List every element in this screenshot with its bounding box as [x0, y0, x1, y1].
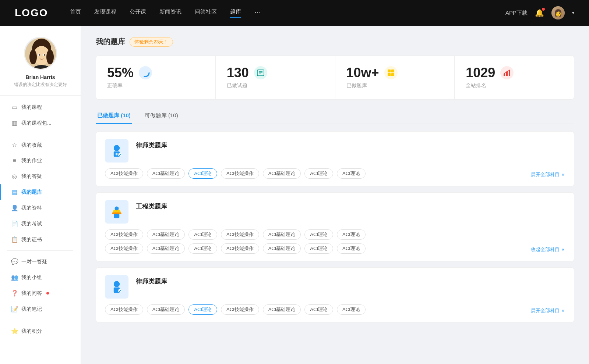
tag-1-9[interactable]: ACI理论	[188, 243, 217, 254]
nav-logo: LOGO	[15, 7, 48, 19]
nav-link-qa[interactable]: 问答社区	[195, 8, 217, 18]
tag-2-3[interactable]: ACI技能操作	[221, 304, 259, 315]
tag-1-5[interactable]: ACI理论	[304, 229, 333, 240]
stat-rank: 1029 全站排名	[455, 56, 574, 99]
sidebar-item-questions[interactable]: ◎ 我的答疑	[0, 168, 81, 184]
notes-icon: 📝	[11, 306, 18, 313]
tag-1-12[interactable]: ACI理论	[304, 243, 333, 254]
tab-available[interactable]: 可做题库 (10)	[143, 108, 180, 124]
tab-done[interactable]: 已做题库 (10)	[96, 108, 132, 124]
sidebar-item-notes[interactable]: 📝 我的笔记	[0, 301, 81, 317]
qbank-icon: ▤	[11, 189, 18, 196]
coursepack-icon: ▦	[11, 119, 18, 126]
sidebar-item-profile[interactable]: 👤 我的资料	[0, 200, 81, 216]
sidebar-item-1on1[interactable]: 💬 一对一答疑	[0, 254, 81, 270]
nav-link-qbank[interactable]: 题库	[230, 8, 241, 18]
sidebar-divider-1	[7, 134, 73, 134]
cert-icon: 📋	[11, 236, 18, 243]
tag-0-6[interactable]: ACI理论	[337, 168, 366, 179]
sidebar: Brian Harris 错误的决定比没有决定要好 ▭ 我的课程 ▦ 我的课程包…	[0, 26, 81, 364]
tag-2-6[interactable]: ACI理论	[337, 304, 366, 315]
tag-0-0[interactable]: ACI技能操作	[105, 168, 143, 179]
sidebar-item-favorites[interactable]: ☆ 我的收藏	[0, 137, 81, 153]
tag-0-3[interactable]: ACI技能操作	[221, 168, 259, 179]
svg-point-26	[509, 70, 510, 71]
nav-link-courses[interactable]: 发现课程	[94, 8, 116, 18]
tag-1-8[interactable]: ACI基础理论	[147, 243, 185, 254]
tag-0-2[interactable]: ACI理论	[188, 168, 217, 179]
svg-point-4	[46, 50, 54, 64]
nav-link-news[interactable]: 新闻资讯	[159, 8, 181, 18]
tag-1-6[interactable]: ACI理论	[337, 229, 366, 240]
tag-1-1[interactable]: ACI基础理论	[147, 229, 185, 240]
nav-app-download[interactable]: APP下载	[505, 10, 528, 17]
sidebar-item-cert-label: 我的证书	[21, 236, 42, 243]
group-icon: 👥	[11, 274, 18, 281]
sidebar-divider-3	[7, 320, 73, 320]
sidebar-item-profile-label: 我的资料	[21, 205, 42, 211]
tabs: 已做题库 (10) 可做题库 (10)	[96, 108, 574, 124]
sidebar-item-course[interactable]: ▭ 我的课程	[0, 99, 81, 115]
sidebar-item-points[interactable]: ⭐ 我的积分	[0, 323, 81, 339]
sidebar-item-coursepack-label: 我的课程包...	[21, 120, 52, 126]
svg-point-27	[114, 145, 120, 151]
nav-link-more[interactable]: ···	[254, 8, 260, 18]
sidebar-avatar	[24, 37, 57, 70]
tag-1-11[interactable]: ACI基础理论	[263, 243, 301, 254]
svg-rect-33	[114, 214, 120, 218]
sidebar-item-exam[interactable]: 📄 我的考试	[0, 216, 81, 232]
sidebar-item-homework-label: 我的作业	[21, 157, 42, 164]
page-title: 我的题库	[96, 37, 125, 47]
tag-2-1[interactable]: ACI基础理论	[147, 304, 185, 315]
sidebar-item-qa[interactable]: ❓ 我的问答	[0, 285, 81, 301]
navbar: LOGO 首页 发现课程 公开课 新闻资讯 问答社区 题库 ··· APP下载 …	[0, 0, 589, 26]
tag-2-2[interactable]: ACI理论	[188, 304, 217, 315]
sidebar-item-qbank[interactable]: ▤ 我的题库	[0, 184, 81, 200]
stat-questions: 130 已做试题	[216, 56, 335, 99]
course-icon: ▭	[11, 104, 18, 111]
sidebar-item-qa-label: 我的问答	[21, 290, 42, 297]
qbank-2-expand[interactable]: 展开全部科目 ∨	[531, 305, 565, 314]
sidebar-item-qbank-label: 我的题库	[21, 189, 42, 196]
tag-2-4[interactable]: ACI基础理论	[263, 304, 301, 315]
stat-banks-label: 已做题库	[346, 82, 444, 89]
tag-0-5[interactable]: ACI理论	[304, 168, 333, 179]
qa-icon: ❓	[11, 290, 18, 297]
nav-chevron-icon[interactable]: ▾	[572, 10, 574, 15]
qbank-2-title: 律师类题库	[136, 275, 167, 286]
svg-point-10	[43, 54, 45, 56]
tag-2-0[interactable]: ACI技能操作	[105, 304, 143, 315]
sidebar-item-cert[interactable]: 📋 我的证书	[0, 232, 81, 247]
tag-1-10[interactable]: ACI技能操作	[221, 243, 259, 254]
qa-notification-dot	[46, 292, 49, 295]
tag-0-4[interactable]: ACI基础理论	[263, 168, 301, 179]
stats-row: 55% 正确率 130	[96, 56, 574, 100]
stat-rank-label: 全站排名	[466, 82, 563, 89]
tag-0-1[interactable]: ACI基础理论	[147, 168, 185, 179]
nav-link-home[interactable]: 首页	[70, 8, 81, 18]
tag-1-3[interactable]: ACI技能操作	[221, 229, 259, 240]
questions-list-icon	[254, 66, 267, 79]
nav-link-open[interactable]: 公开课	[130, 8, 146, 18]
tag-1-13[interactable]: ACI理论	[337, 243, 366, 254]
sidebar-item-group[interactable]: 👥 我的小组	[0, 270, 81, 285]
tag-1-4[interactable]: ACI基础理论	[263, 229, 301, 240]
qbank-0-tags: ACI技能操作 ACI基础理论 ACI理论 ACI技能操作 ACI基础理论 AC…	[105, 168, 565, 179]
svg-rect-20	[391, 73, 394, 76]
tag-1-0[interactable]: ACI技能操作	[105, 229, 143, 240]
stat-rank-value: 1029	[466, 66, 495, 79]
1on1-icon: 💬	[11, 258, 18, 265]
sidebar-item-coursepack[interactable]: ▦ 我的课程包...	[0, 115, 81, 131]
tag-2-5[interactable]: ACI理论	[304, 304, 333, 315]
sidebar-item-homework[interactable]: ≡ 我的作业	[0, 153, 81, 168]
tag-1-2[interactable]: ACI理论	[188, 229, 217, 240]
nav-avatar[interactable]: 👩	[551, 6, 565, 19]
svg-rect-18	[391, 69, 394, 72]
stat-accuracy-label: 正确率	[107, 82, 204, 89]
engineer-icon	[105, 200, 128, 224]
sidebar-item-course-label: 我的课程	[21, 104, 42, 111]
tag-1-7[interactable]: ACI技能操作	[105, 243, 143, 254]
nav-bell[interactable]: 🔔	[535, 8, 544, 17]
qbank-1-collapse[interactable]: 收起全部科目 ∧	[531, 244, 565, 253]
qbank-0-expand[interactable]: 展开全部科目 ∨	[531, 169, 565, 178]
